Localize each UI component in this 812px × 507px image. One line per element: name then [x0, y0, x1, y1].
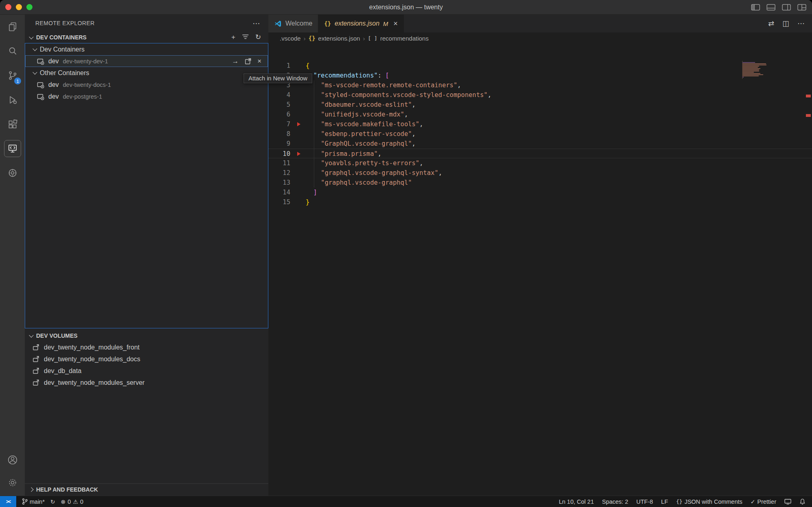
branch-icon: [22, 498, 28, 505]
code-line[interactable]: 8 "esbenp.prettier-vscode",: [268, 129, 812, 139]
extensions-icon: [7, 119, 18, 129]
code-line[interactable]: 10 "prisma.prisma",: [268, 149, 812, 158]
code-line[interactable]: 9 "GraphQL.vscode-graphql",: [268, 139, 812, 149]
problems-status[interactable]: ⊗ 0 ⚠ 0: [61, 498, 83, 505]
tree-item-dev-postgres-1[interactable]: dev dev-postgres-1: [25, 91, 268, 102]
breadcrumb-symbol[interactable]: recommendations: [380, 35, 428, 42]
line-number: 4: [268, 90, 296, 100]
code-text: "esbenp.prettier-vscode",: [306, 129, 416, 139]
code-text: {: [306, 61, 309, 71]
attach-new-window-icon[interactable]: [244, 58, 252, 65]
open-changes-icon[interactable]: ⇄: [768, 19, 774, 28]
line-number: 15: [268, 197, 296, 207]
code-line[interactable]: 6 "unifiedjs.vscode-mdx",: [268, 110, 812, 119]
breadcrumb-folder[interactable]: .vscode: [280, 35, 301, 42]
sidebar-item-run-debug[interactable]: [0, 88, 25, 112]
code-line[interactable]: 13 "graphql.vscode-graphql": [268, 178, 812, 188]
section-help-feedback[interactable]: HELP AND FEEDBACK: [25, 483, 268, 495]
tree-group-other-containers[interactable]: Other Containers: [25, 67, 268, 79]
sidebar-item-container-tools[interactable]: [0, 161, 25, 185]
titlebar: extensions.json — twenty: [0, 0, 812, 15]
code-line[interactable]: 3 "ms-vscode-remote.remote-containers",: [268, 80, 812, 90]
code-text: "prisma.prisma",: [306, 149, 382, 158]
volume-item[interactable]: dev_twenty_node_modules_front: [25, 341, 268, 353]
code-line[interactable]: 15}: [268, 197, 812, 207]
volume-item[interactable]: dev_twenty_node_modules_docs: [25, 353, 268, 365]
line-number: 8: [268, 129, 296, 139]
window-controls: [0, 4, 32, 10]
code-text: "styled-components.vscode-styled-compone…: [306, 90, 491, 100]
volume-icon: [32, 367, 40, 375]
explorer-icon: [7, 22, 18, 32]
sidebar-item-explorer[interactable]: [0, 15, 25, 39]
close-tab-icon[interactable]: ×: [393, 19, 398, 28]
screen-cast-status[interactable]: [784, 499, 791, 505]
line-number: 11: [268, 158, 296, 168]
code-line[interactable]: 12 "graphql.vscode-graphql-syntax",: [268, 168, 812, 178]
customize-layout-icon[interactable]: [797, 4, 806, 11]
vscode-logo-icon: [274, 20, 282, 28]
section-dev-volumes[interactable]: DEV VOLUMES: [25, 330, 268, 341]
red-marker-icon: [297, 122, 300, 126]
split-editor-icon[interactable]: ◫: [782, 19, 789, 28]
tree-item-dev-twenty-dev-1[interactable]: dev dev-twenty-dev-1 → ×: [25, 55, 268, 67]
zoom-window-button[interactable]: [26, 4, 32, 10]
code-line[interactable]: 14 ]: [268, 188, 812, 197]
filter-icon[interactable]: [242, 34, 249, 41]
section-dev-containers[interactable]: DEV CONTAINERS + ↻: [25, 32, 268, 43]
sidebar-item-source-control[interactable]: 1: [0, 63, 25, 88]
container-icon: [37, 93, 45, 101]
toggle-secondary-sidebar-icon[interactable]: [782, 4, 791, 11]
cursor-position-status[interactable]: Ln 10, Col 21: [559, 498, 594, 505]
encoding-status[interactable]: UTF-8: [636, 498, 653, 505]
add-container-icon[interactable]: +: [231, 34, 235, 41]
formatter-status[interactable]: ✓ Prettier: [751, 498, 776, 505]
bell-icon: [799, 498, 806, 505]
code-text: "graphql.vscode-graphql": [306, 178, 412, 188]
gutter: [296, 149, 306, 158]
code-editor[interactable]: 1{2 "recommendations": [3 "ms-vscode-rem…: [268, 44, 812, 496]
editor-more-actions-icon[interactable]: ⋯: [797, 19, 805, 28]
tab-extensions-json[interactable]: {} extensions.json M ×: [318, 15, 404, 32]
accounts-button[interactable]: [0, 449, 25, 471]
git-modified-badge: M: [383, 20, 389, 27]
sidebar-item-extensions[interactable]: [0, 112, 25, 136]
error-icon: ⊗: [61, 498, 66, 505]
tree-group-dev-containers[interactable]: Dev Containers: [25, 43, 268, 55]
more-actions-icon[interactable]: ⋯: [253, 19, 260, 28]
sync-status[interactable]: ↻: [50, 498, 55, 505]
refresh-icon[interactable]: ↻: [255, 34, 261, 41]
code-line[interactable]: 7 "ms-vscode.makefile-tools",: [268, 119, 812, 129]
notifications-button[interactable]: [799, 498, 806, 505]
breadcrumb-file[interactable]: extensions.json: [318, 35, 360, 42]
eol-status[interactable]: LF: [661, 498, 668, 505]
language-mode-status[interactable]: {} JSON with Comments: [676, 498, 742, 505]
minimize-window-button[interactable]: [16, 4, 22, 10]
toggle-panel-icon[interactable]: [767, 4, 775, 11]
code-text: }: [306, 197, 309, 207]
scm-badge: 1: [14, 78, 21, 84]
toggle-primary-sidebar-icon[interactable]: [751, 4, 760, 11]
sidebar-item-remote-explorer[interactable]: [0, 136, 25, 161]
code-line[interactable]: 4 "styled-components.vscode-styled-compo…: [268, 90, 812, 100]
code-line[interactable]: 1{: [268, 61, 812, 71]
close-window-button[interactable]: [5, 4, 11, 10]
git-branch-status[interactable]: main*: [22, 498, 45, 505]
code-line[interactable]: 2 "recommendations": [: [268, 71, 812, 80]
settings-button[interactable]: [0, 471, 25, 494]
volume-item[interactable]: dev_db_data: [25, 365, 268, 377]
remote-indicator[interactable]: ><: [0, 496, 16, 507]
gutter: [296, 61, 306, 71]
volume-item[interactable]: dev_twenty_node_modules_server: [25, 377, 268, 388]
code-line[interactable]: 5 "dbaeumer.vscode-eslint",: [268, 100, 812, 110]
code-line[interactable]: 11 "yoavbls.pretty-ts-errors",: [268, 158, 812, 168]
indentation-status[interactable]: Spaces: 2: [602, 498, 628, 505]
gutter: [296, 129, 306, 139]
container-tools-icon: [7, 168, 18, 178]
sidebar-item-search[interactable]: [0, 39, 25, 63]
tab-welcome[interactable]: Welcome: [268, 15, 318, 32]
attach-current-window-icon[interactable]: →: [232, 57, 239, 65]
minimap[interactable]: [742, 61, 768, 79]
stop-container-icon[interactable]: ×: [257, 57, 261, 65]
tree-item-dev-twenty-docs-1[interactable]: dev dev-twenty-docs-1: [25, 79, 268, 91]
